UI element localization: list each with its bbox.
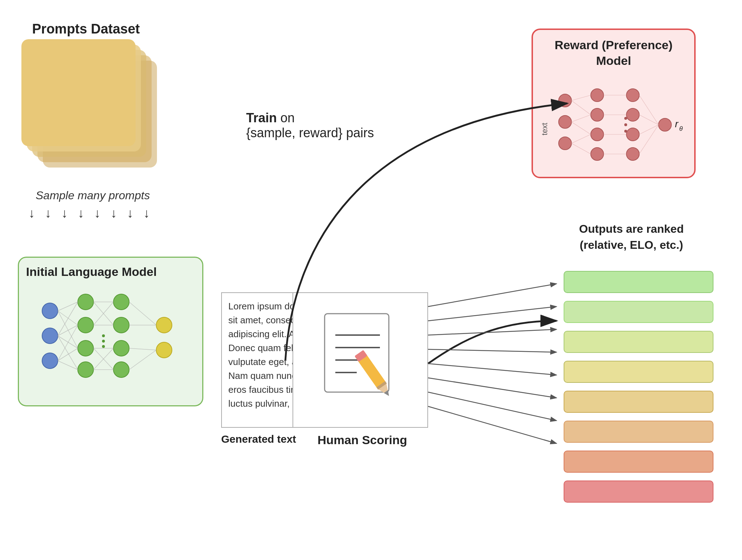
ranked-bar-1: [564, 271, 713, 293]
svg-point-9: [78, 317, 93, 333]
down-arrow-6: ↓: [111, 207, 117, 220]
ranked-bar-3: [564, 331, 713, 353]
svg-point-46: [559, 137, 571, 150]
svg-line-91: [428, 364, 556, 375]
svg-line-92: [428, 378, 556, 398]
svg-point-58: [659, 118, 671, 131]
ranked-bars: [564, 271, 713, 503]
svg-text:text: text: [540, 123, 549, 135]
svg-line-74: [639, 125, 659, 154]
train-label: Train on{sample, reward} pairs: [246, 111, 374, 140]
svg-point-48: [591, 108, 604, 121]
svg-line-22: [58, 311, 78, 325]
svg-line-65: [571, 134, 591, 143]
svg-point-54: [626, 89, 639, 102]
svg-line-64: [571, 122, 591, 134]
down-arrow-4: ↓: [78, 207, 84, 220]
svg-line-89: [428, 329, 556, 335]
down-arrow-1: ↓: [29, 207, 35, 220]
ranked-bar-7: [564, 451, 713, 473]
svg-point-45: [559, 115, 571, 128]
down-arrow-3: ↓: [61, 207, 68, 220]
svg-line-29: [58, 348, 78, 361]
reward-model-box: Reward (Preference) Model text: [532, 29, 696, 178]
svg-line-62: [571, 101, 591, 115]
ilm-box: Initial Language Model: [18, 257, 203, 406]
outputs-ranked-label: Outputs are ranked (relative, ELO, etc.): [556, 221, 706, 253]
svg-line-26: [58, 336, 78, 348]
svg-text:r: r: [675, 118, 679, 129]
reward-neural-net: text r θ: [540, 72, 683, 179]
svg-point-19: [156, 317, 172, 333]
svg-line-87: [428, 284, 556, 307]
down-arrow-8: ↓: [143, 207, 150, 220]
diagram-container: Prompts Dataset Sample many prompts ↓ ↓ …: [0, 0, 742, 560]
svg-point-8: [78, 294, 93, 310]
svg-point-13: [113, 317, 129, 333]
svg-rect-4: [21, 39, 136, 146]
down-arrows: ↓ ↓ ↓ ↓ ↓ ↓ ↓ ↓: [29, 207, 150, 220]
ilm-neural-net: [29, 282, 193, 393]
svg-line-93: [428, 392, 556, 421]
sample-prompts-label: Sample many prompts: [36, 189, 150, 202]
svg-point-56: [626, 128, 639, 141]
down-arrow-5: ↓: [94, 207, 101, 220]
svg-line-73: [639, 125, 659, 134]
svg-point-49: [591, 128, 604, 141]
ranked-bar-6: [564, 421, 713, 443]
human-scoring-icon: [314, 310, 407, 410]
svg-line-61: [571, 95, 591, 101]
svg-line-66: [571, 143, 591, 154]
svg-point-12: [113, 294, 129, 310]
svg-line-41: [129, 348, 156, 350]
svg-point-57: [626, 148, 639, 160]
reward-model-label: Reward (Preference) Model: [540, 37, 687, 68]
svg-point-20: [156, 342, 172, 358]
svg-line-88: [428, 307, 556, 321]
down-arrow-2: ↓: [45, 207, 51, 220]
svg-line-21: [58, 302, 78, 311]
svg-line-94: [428, 406, 556, 443]
down-arrow-7: ↓: [127, 207, 133, 220]
svg-line-30: [58, 361, 78, 370]
ranked-bar-2: [564, 301, 713, 323]
svg-point-17: [102, 340, 105, 343]
svg-point-5: [42, 303, 58, 319]
svg-line-63: [571, 115, 591, 122]
svg-line-72: [639, 115, 659, 125]
svg-line-42: [129, 350, 156, 370]
svg-line-90: [428, 349, 556, 352]
generated-text-label: Generated text: [221, 433, 296, 445]
svg-point-11: [78, 362, 93, 377]
ranked-bar-8: [564, 481, 713, 503]
train-bold: Train: [246, 111, 277, 125]
svg-point-44: [559, 94, 571, 107]
svg-point-7: [42, 353, 58, 369]
human-scoring-box: [293, 292, 428, 428]
ranked-bar-5: [564, 391, 713, 413]
svg-point-18: [102, 345, 105, 348]
prompts-dataset-label: Prompts Dataset: [32, 21, 140, 37]
svg-text:θ: θ: [679, 125, 683, 132]
svg-point-10: [78, 340, 93, 356]
ranked-bar-4: [564, 361, 713, 383]
svg-point-15: [113, 362, 129, 377]
svg-line-27: [58, 336, 78, 370]
svg-point-50: [591, 148, 604, 160]
svg-point-55: [626, 108, 639, 121]
ilm-label: Initial Language Model: [26, 265, 195, 279]
svg-line-39: [129, 302, 156, 325]
svg-point-6: [42, 328, 58, 344]
stacked-papers: [21, 39, 171, 183]
svg-point-47: [591, 89, 604, 102]
svg-point-52: [624, 123, 627, 126]
svg-point-14: [113, 340, 129, 356]
svg-line-71: [639, 95, 659, 125]
human-scoring-label: Human Scoring: [317, 433, 407, 447]
svg-point-16: [102, 334, 105, 337]
